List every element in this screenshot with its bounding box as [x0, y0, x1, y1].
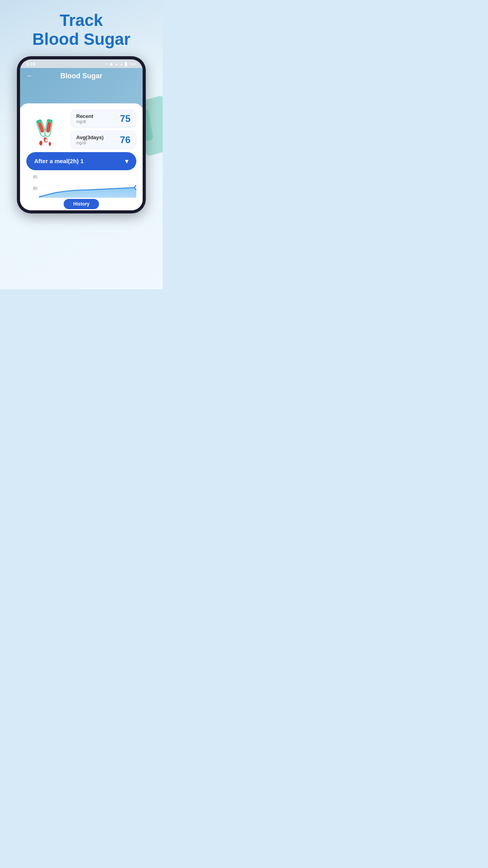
- recent-unit: mg/dl: [76, 120, 93, 124]
- back-button[interactable]: ←: [26, 72, 33, 80]
- dropdown-label: After a meal(2h) 1: [34, 158, 84, 164]
- avg-label: Avg(3days): [76, 134, 104, 140]
- phone-mockup: 3:19 ✦ ▣ ▲ ▲ ▊ 59% ← Blood Sugar: [17, 56, 146, 213]
- recent-label: Recent: [76, 113, 93, 119]
- bottom-bar: History: [20, 198, 143, 210]
- bluetooth-icon: ✦: [105, 62, 108, 66]
- stats-column: Recent mg/dl 75 Avg(3days) mg/dl 76: [70, 110, 136, 149]
- content-card: ✚ Recent mg/dl 75: [20, 103, 143, 170]
- svg-point-9: [49, 142, 51, 146]
- app-title: Blood Sugar: [61, 72, 103, 80]
- y-label-85: 85: [26, 175, 37, 179]
- status-bar: 3:19 ✦ ▣ ▲ ▲ ▊ 59%: [20, 59, 143, 68]
- svg-point-8: [39, 141, 42, 145]
- wifi-icon: ▲: [115, 62, 118, 66]
- battery-percent: 59%: [129, 62, 136, 66]
- recent-stat-box: Recent mg/dl 75: [70, 110, 136, 128]
- avg-stat-box: Avg(3days) mg/dl 76: [70, 131, 136, 149]
- avg-unit: mg/dl: [76, 141, 104, 145]
- blood-vial-icon: ✚: [28, 112, 64, 147]
- phone-screen: 3:19 ✦ ▣ ▲ ▲ ▊ 59% ← Blood Sugar: [20, 59, 143, 210]
- hero-title-line1: Track: [0, 11, 163, 30]
- meal-type-dropdown[interactable]: After a meal(2h) 1 ▾: [26, 152, 136, 170]
- hero-title-line2: Blood Sugar: [0, 30, 163, 49]
- y-label-80: 80: [26, 186, 37, 191]
- recent-stat-info: Recent mg/dl: [76, 113, 93, 124]
- hero-section: Track Blood Sugar: [0, 0, 163, 49]
- app-header: ← Blood Sugar: [20, 68, 143, 84]
- history-button[interactable]: History: [64, 199, 99, 209]
- chart-endpoint: [135, 186, 136, 189]
- header-image-area: ← Blood Sugar: [20, 68, 143, 107]
- battery-icon: ▊: [125, 62, 128, 66]
- vibrate-icon: ▣: [110, 62, 113, 66]
- status-icons: ✦ ▣ ▲ ▲ ▊ 59%: [105, 62, 136, 66]
- signal-icon: ▲: [120, 62, 123, 66]
- stats-row: ✚ Recent mg/dl 75: [26, 110, 136, 149]
- status-time: 3:19: [26, 62, 35, 66]
- vial-area: ✚: [26, 110, 66, 149]
- avg-value: 76: [120, 134, 130, 145]
- recent-value: 75: [120, 113, 130, 124]
- avg-stat-info: Avg(3days) mg/dl: [76, 134, 104, 145]
- chevron-down-icon: ▾: [125, 157, 128, 166]
- svg-text:✚: ✚: [44, 138, 49, 143]
